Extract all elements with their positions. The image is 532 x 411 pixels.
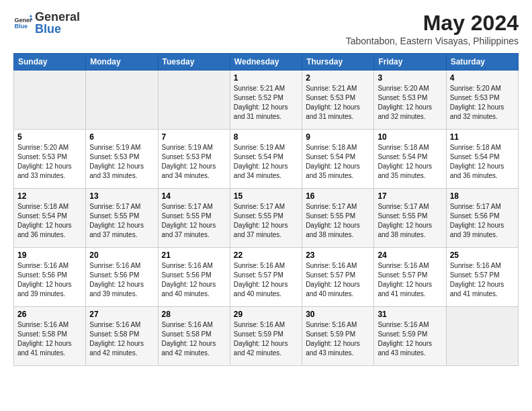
day-info: Sunrise: 5:16 AM Sunset: 5:58 PM Dayligh… [89, 320, 154, 358]
logo-blue-text: Blue [35, 23, 80, 35]
calendar-day-cell: 21Sunrise: 5:16 AM Sunset: 5:56 PM Dayli… [158, 248, 230, 307]
day-of-week-header: Tuesday [158, 54, 230, 71]
day-number: 24 [378, 250, 442, 260]
day-number: 30 [306, 310, 370, 319]
day-info: Sunrise: 5:16 AM Sunset: 5:59 PM Dayligh… [234, 320, 298, 358]
month-year: May 2024 [346, 11, 519, 36]
calendar-day-cell: 24Sunrise: 5:16 AM Sunset: 5:57 PM Dayli… [374, 248, 446, 307]
calendar-day-cell: 4Sunrise: 5:20 AM Sunset: 5:53 PM Daylig… [446, 71, 518, 130]
day-number: 22 [234, 250, 298, 260]
day-info: Sunrise: 5:16 AM Sunset: 5:56 PM Dayligh… [17, 261, 82, 299]
day-number: 20 [89, 250, 154, 260]
svg-text:General: General [14, 17, 32, 24]
day-number: 28 [162, 310, 226, 319]
day-of-week-header: Friday [374, 54, 446, 71]
day-of-week-header: Sunday [14, 54, 86, 71]
calendar-day-cell: 30Sunrise: 5:16 AM Sunset: 5:59 PM Dayli… [302, 307, 374, 366]
day-info: Sunrise: 5:17 AM Sunset: 5:55 PM Dayligh… [378, 202, 442, 240]
calendar-day-cell: 13Sunrise: 5:17 AM Sunset: 5:55 PM Dayli… [86, 189, 158, 248]
day-number: 4 [450, 73, 515, 83]
calendar-header: SundayMondayTuesdayWednesdayThursdayFrid… [14, 54, 519, 71]
day-info: Sunrise: 5:16 AM Sunset: 5:56 PM Dayligh… [162, 261, 226, 299]
day-info: Sunrise: 5:18 AM Sunset: 5:54 PM Dayligh… [378, 143, 442, 181]
calendar-day-cell: 19Sunrise: 5:16 AM Sunset: 5:56 PM Dayli… [14, 248, 86, 307]
day-number: 12 [17, 191, 82, 201]
day-info: Sunrise: 5:21 AM Sunset: 5:53 PM Dayligh… [306, 84, 370, 122]
calendar-day-cell: 18Sunrise: 5:17 AM Sunset: 5:56 PM Dayli… [446, 189, 518, 248]
logo: General Blue General Blue [13, 11, 80, 35]
svg-text:Blue: Blue [14, 23, 28, 30]
day-info: Sunrise: 5:18 AM Sunset: 5:54 PM Dayligh… [450, 143, 515, 181]
day-number: 29 [234, 310, 298, 319]
day-info: Sunrise: 5:17 AM Sunset: 5:55 PM Dayligh… [162, 202, 226, 240]
day-info: Sunrise: 5:18 AM Sunset: 5:54 PM Dayligh… [17, 202, 82, 240]
day-of-week-header: Wednesday [230, 54, 302, 71]
day-number: 8 [234, 132, 298, 142]
day-number: 16 [306, 191, 370, 201]
title-area: May 2024 Tabontabon, Eastern Visayas, Ph… [346, 11, 519, 46]
calendar-day-cell: 3Sunrise: 5:20 AM Sunset: 5:53 PM Daylig… [374, 71, 446, 130]
calendar-day-cell: 20Sunrise: 5:16 AM Sunset: 5:56 PM Dayli… [86, 248, 158, 307]
location: Tabontabon, Eastern Visayas, Philippines [346, 36, 519, 46]
day-info: Sunrise: 5:16 AM Sunset: 5:59 PM Dayligh… [306, 320, 370, 358]
calendar-day-cell: 2Sunrise: 5:21 AM Sunset: 5:53 PM Daylig… [302, 71, 374, 130]
calendar-day-cell: 23Sunrise: 5:16 AM Sunset: 5:57 PM Dayli… [302, 248, 374, 307]
svg-marker-3 [30, 14, 32, 17]
calendar-day-cell: 27Sunrise: 5:16 AM Sunset: 5:58 PM Dayli… [86, 307, 158, 366]
logo-icon: General Blue [13, 13, 32, 32]
day-info: Sunrise: 5:20 AM Sunset: 5:53 PM Dayligh… [378, 84, 442, 122]
day-number: 2 [306, 73, 370, 83]
calendar-day-cell: 11Sunrise: 5:18 AM Sunset: 5:54 PM Dayli… [446, 130, 518, 189]
calendar-day-cell [86, 71, 158, 130]
calendar-day-cell: 26Sunrise: 5:16 AM Sunset: 5:58 PM Dayli… [14, 307, 86, 366]
day-info: Sunrise: 5:19 AM Sunset: 5:53 PM Dayligh… [89, 143, 154, 181]
calendar-day-cell: 31Sunrise: 5:16 AM Sunset: 5:59 PM Dayli… [374, 307, 446, 366]
calendar-day-cell: 12Sunrise: 5:18 AM Sunset: 5:54 PM Dayli… [14, 189, 86, 248]
calendar-week-row: 12Sunrise: 5:18 AM Sunset: 5:54 PM Dayli… [14, 189, 519, 248]
calendar-day-cell: 15Sunrise: 5:17 AM Sunset: 5:55 PM Dayli… [230, 189, 302, 248]
day-number: 7 [162, 132, 226, 142]
day-info: Sunrise: 5:16 AM Sunset: 5:58 PM Dayligh… [17, 320, 82, 358]
day-number: 21 [162, 250, 226, 260]
day-of-week-header: Monday [86, 54, 158, 71]
calendar-day-cell: 1Sunrise: 5:21 AM Sunset: 5:52 PM Daylig… [230, 71, 302, 130]
calendar-day-cell: 8Sunrise: 5:19 AM Sunset: 5:54 PM Daylig… [230, 130, 302, 189]
day-number: 1 [234, 73, 298, 83]
logo-general-text: General [35, 11, 80, 23]
calendar-day-cell: 5Sunrise: 5:20 AM Sunset: 5:53 PM Daylig… [14, 130, 86, 189]
day-number: 11 [450, 132, 515, 142]
day-number: 25 [450, 250, 515, 260]
day-number: 19 [17, 250, 82, 260]
day-number: 3 [378, 73, 442, 83]
day-number: 5 [17, 132, 82, 142]
calendar-day-cell: 29Sunrise: 5:16 AM Sunset: 5:59 PM Dayli… [230, 307, 302, 366]
day-info: Sunrise: 5:19 AM Sunset: 5:54 PM Dayligh… [234, 143, 298, 181]
day-info: Sunrise: 5:16 AM Sunset: 5:58 PM Dayligh… [162, 320, 226, 358]
calendar-body: 1Sunrise: 5:21 AM Sunset: 5:52 PM Daylig… [14, 71, 519, 366]
calendar-week-row: 1Sunrise: 5:21 AM Sunset: 5:52 PM Daylig… [14, 71, 519, 130]
calendar-day-cell: 25Sunrise: 5:16 AM Sunset: 5:57 PM Dayli… [446, 248, 518, 307]
day-number: 15 [234, 191, 298, 201]
day-info: Sunrise: 5:20 AM Sunset: 5:53 PM Dayligh… [450, 84, 515, 122]
day-number: 14 [162, 191, 226, 201]
calendar-week-row: 5Sunrise: 5:20 AM Sunset: 5:53 PM Daylig… [14, 130, 519, 189]
calendar-day-cell: 6Sunrise: 5:19 AM Sunset: 5:53 PM Daylig… [86, 130, 158, 189]
day-info: Sunrise: 5:17 AM Sunset: 5:56 PM Dayligh… [450, 202, 515, 240]
calendar-week-row: 26Sunrise: 5:16 AM Sunset: 5:58 PM Dayli… [14, 307, 519, 366]
day-number: 6 [89, 132, 154, 142]
day-info: Sunrise: 5:16 AM Sunset: 5:56 PM Dayligh… [89, 261, 154, 299]
calendar-day-cell: 10Sunrise: 5:18 AM Sunset: 5:54 PM Dayli… [374, 130, 446, 189]
day-number: 31 [378, 310, 442, 319]
calendar-day-cell: 22Sunrise: 5:16 AM Sunset: 5:57 PM Dayli… [230, 248, 302, 307]
day-number: 18 [450, 191, 515, 201]
calendar-day-cell: 16Sunrise: 5:17 AM Sunset: 5:55 PM Dayli… [302, 189, 374, 248]
day-number: 26 [17, 310, 82, 319]
day-number: 10 [378, 132, 442, 142]
day-info: Sunrise: 5:16 AM Sunset: 5:57 PM Dayligh… [234, 261, 298, 299]
day-info: Sunrise: 5:16 AM Sunset: 5:57 PM Dayligh… [450, 261, 515, 299]
day-number: 27 [89, 310, 154, 319]
days-of-week-row: SundayMondayTuesdayWednesdayThursdayFrid… [14, 54, 519, 71]
day-info: Sunrise: 5:17 AM Sunset: 5:55 PM Dayligh… [89, 202, 154, 240]
day-info: Sunrise: 5:20 AM Sunset: 5:53 PM Dayligh… [17, 143, 82, 181]
calendar-day-cell: 17Sunrise: 5:17 AM Sunset: 5:55 PM Dayli… [374, 189, 446, 248]
